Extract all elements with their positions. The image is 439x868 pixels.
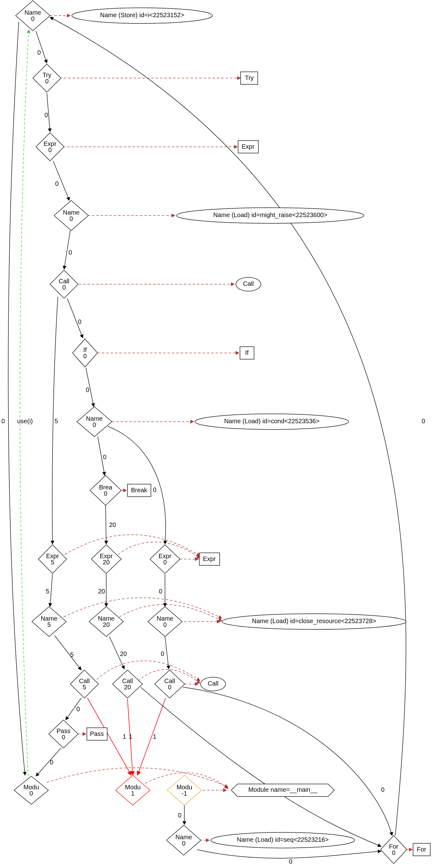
svg-text:5: 5 xyxy=(47,621,51,628)
edge-call20-for xyxy=(141,687,381,846)
edge-label: 1 xyxy=(122,733,126,740)
node-call0b: Call 0 xyxy=(155,670,185,698)
node-modu1: Modu 1 xyxy=(116,775,150,805)
svg-text:Name: Name xyxy=(40,615,57,622)
svg-text:Expr: Expr xyxy=(241,143,254,150)
edge-label: 20 xyxy=(98,588,105,595)
edge-label: 1 xyxy=(129,733,132,740)
svg-text:Name: Name xyxy=(86,415,103,422)
edge-label: 0 xyxy=(159,588,162,595)
svg-text:Modu: Modu xyxy=(177,784,192,790)
node-brea: Brea 0 xyxy=(90,475,121,505)
edge-label-usei: use(i) xyxy=(17,417,33,425)
svg-text:20: 20 xyxy=(103,621,110,628)
edge-label: 0 xyxy=(1,417,5,425)
edge-label: 0 xyxy=(76,706,80,712)
node-modu0: Modu 0 xyxy=(14,776,49,804)
node-if: If 0 xyxy=(72,339,97,367)
node-pass: Pass 0 xyxy=(49,720,78,748)
node-call1: Call 0 xyxy=(50,270,78,298)
edge-label: 0 xyxy=(45,112,48,118)
edge-label: 20 xyxy=(109,521,116,528)
svg-text:Name (Load) id=might_raise<225: Name (Load) id=might_raise<22523600> xyxy=(213,212,327,219)
edge-call5-label xyxy=(97,661,200,681)
edge-label: 0 xyxy=(50,759,53,766)
svg-text:For: For xyxy=(417,846,426,853)
svg-text:Call: Call xyxy=(122,678,133,684)
edge-call0-for xyxy=(183,687,392,836)
node-expr1: Expr 0 xyxy=(36,133,64,161)
svg-text:If: If xyxy=(83,346,87,353)
svg-text:0: 0 xyxy=(104,490,107,497)
edge-label: 0 xyxy=(86,386,89,393)
edge-nameseq-for xyxy=(197,849,381,858)
svg-text:Brea: Brea xyxy=(99,484,113,491)
edge-label: 1 xyxy=(153,733,156,740)
svg-text:0: 0 xyxy=(163,559,167,566)
edge-expr5-label xyxy=(65,535,200,556)
svg-text:Expr: Expr xyxy=(158,553,171,559)
svg-text:20: 20 xyxy=(103,559,110,566)
edge-label: 0 xyxy=(153,486,156,493)
svg-text:Expr: Expr xyxy=(43,140,56,147)
node-modu-m1: Modu -1 xyxy=(167,775,202,805)
edge-label: 5 xyxy=(54,417,58,425)
svg-text:0: 0 xyxy=(62,284,66,291)
node-name5: Name 5 xyxy=(32,607,66,637)
svg-text:Expr: Expr xyxy=(203,555,215,562)
svg-text:If: If xyxy=(245,349,249,356)
edge-call0-modu1 xyxy=(138,698,166,775)
edge-label: 0 xyxy=(421,417,425,425)
svg-text:For: For xyxy=(389,843,399,850)
flow-diagram: 0 0 0 0 0 0 0 0 20 5 5 5 20 20 0 0 0 0 1… xyxy=(0,0,439,868)
svg-text:Call: Call xyxy=(164,678,175,684)
svg-text:0: 0 xyxy=(29,790,33,797)
svg-text:Name: Name xyxy=(63,209,79,216)
svg-text:5: 5 xyxy=(83,684,86,690)
svg-text:Pass: Pass xyxy=(90,730,104,737)
node-expr5: Expr 5 xyxy=(38,545,66,574)
node-call20: Call 20 xyxy=(113,670,143,698)
svg-text:Break: Break xyxy=(131,487,147,494)
svg-text:0: 0 xyxy=(31,15,34,22)
edge-label: 0 xyxy=(55,180,58,187)
edge-name-try xyxy=(36,31,47,63)
svg-text:Call: Call xyxy=(59,278,69,284)
svg-text:Name (Load) id=cond<22523536>: Name (Load) id=cond<22523536> xyxy=(224,417,319,425)
edge-name5-close xyxy=(64,598,222,618)
node-expr20: Expr 20 xyxy=(91,545,121,574)
node-name-top: Name 0 xyxy=(16,1,50,31)
svg-text:Name (Load) id=close_resource<: Name (Load) id=close_resource<22523728> xyxy=(252,618,376,625)
edge-label: 0 xyxy=(37,49,40,56)
svg-text:20: 20 xyxy=(124,684,131,690)
edge-label: 0 xyxy=(178,812,181,819)
svg-text:Try: Try xyxy=(245,74,254,81)
node-name0b: Name 0 xyxy=(148,607,182,637)
edge-label: 0 xyxy=(78,318,81,325)
edge-label: 5 xyxy=(70,651,74,658)
node-name-seq: Name 0 xyxy=(167,825,201,855)
edge-nametop-modu0 xyxy=(8,22,25,775)
edge-name5-call5 xyxy=(55,636,81,670)
svg-text:0: 0 xyxy=(69,215,73,222)
svg-text:Pass: Pass xyxy=(57,727,70,734)
edge-label: 20 xyxy=(120,650,127,657)
svg-text:Name (Store) id=i<22523152>: Name (Store) id=i<22523152> xyxy=(100,11,184,19)
edge-pass-modu0 xyxy=(36,748,61,776)
svg-text:0: 0 xyxy=(168,684,171,690)
svg-text:Name (Load) id=seq<22523216>: Name (Load) id=seq<22523216> xyxy=(237,836,329,843)
edge-label: 5 xyxy=(46,588,49,595)
edge-usei xyxy=(20,30,29,776)
edge-label: 0 xyxy=(289,858,292,865)
node-try: Try 0 xyxy=(33,64,61,92)
edge-expr5-name5 xyxy=(50,574,53,607)
svg-text:0: 0 xyxy=(45,78,49,85)
edge-label: 0 xyxy=(381,786,384,793)
svg-text:0: 0 xyxy=(163,621,167,628)
svg-text:Name: Name xyxy=(24,9,41,16)
node-name20: Name 20 xyxy=(89,607,123,637)
svg-text:0: 0 xyxy=(182,840,185,847)
svg-text:1: 1 xyxy=(131,790,134,797)
svg-text:0: 0 xyxy=(83,353,87,360)
svg-text:Modu: Modu xyxy=(125,784,141,790)
